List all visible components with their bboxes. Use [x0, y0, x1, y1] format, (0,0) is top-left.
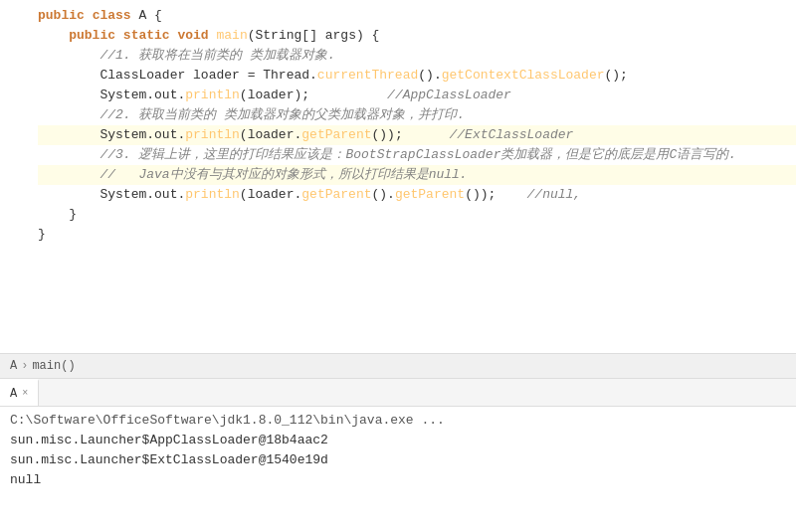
code-line: // Java中没有与其对应的对象形式，所以打印结果是null. — [38, 165, 796, 185]
code-content[interactable]: public class A { public static void main… — [30, 0, 796, 353]
console-tabs: A × — [0, 379, 796, 407]
breadcrumb-method: main() — [32, 359, 75, 373]
code-line: //1. 获取将在当前类的 类加载器对象. — [38, 46, 796, 66]
console-tab-a[interactable]: A × — [0, 379, 39, 406]
console-tab-close[interactable]: × — [22, 388, 28, 399]
breadcrumb-class: A — [10, 359, 17, 373]
code-line: System.out.println(loader.getParent()); … — [38, 125, 796, 145]
console-path: C:\Software\OfficeSoftware\jdk1.8.0_112\… — [10, 413, 445, 428]
code-line: public class A { — [38, 6, 796, 26]
code-line: } — [38, 225, 796, 245]
editor-area: public class A { public static void main… — [0, 0, 796, 353]
code-line: System.out.println(loader); //AppClassLo… — [38, 86, 796, 105]
code-line: //2. 获取当前类的 类加载器对象的父类加载器对象，并打印. — [38, 105, 796, 125]
breadcrumb-bar: A › main() — [0, 353, 796, 378]
code-line: //3. 逻辑上讲，这里的打印结果应该是：BootStrapClassLoade… — [38, 145, 796, 165]
console-output-line: sun.misc.Launcher$AppClassLoader@18b4aac… — [10, 431, 786, 450]
console-area: A × C:\Software\OfficeSoftware\jdk1.8.0_… — [0, 378, 796, 532]
breadcrumb-separator: › — [21, 359, 28, 373]
code-line: public static void main(String[] args) { — [38, 26, 796, 46]
code-line: System.out.println(loader.getParent().ge… — [38, 185, 796, 205]
code-line: ClassLoader loader = Thread.currentThrea… — [38, 66, 796, 86]
console-output: C:\Software\OfficeSoftware\jdk1.8.0_112\… — [0, 407, 796, 532]
line-numbers — [0, 0, 30, 353]
console-output-line: null — [10, 470, 786, 490]
code-line: } — [38, 205, 796, 225]
console-output-line: C:\Software\OfficeSoftware\jdk1.8.0_112\… — [10, 411, 786, 431]
console-tab-label: A — [10, 387, 17, 401]
console-output-line: sun.misc.Launcher$ExtClassLoader@1540e19… — [10, 450, 786, 470]
